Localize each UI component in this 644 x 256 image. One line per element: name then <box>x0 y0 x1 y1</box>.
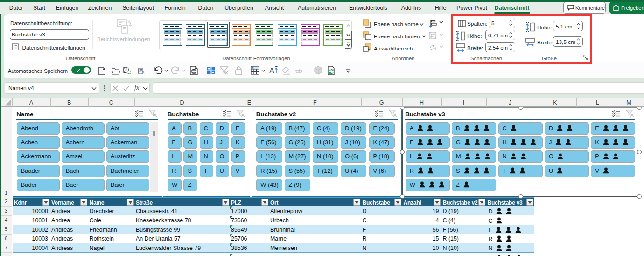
svg-text:A: A <box>269 67 274 75</box>
